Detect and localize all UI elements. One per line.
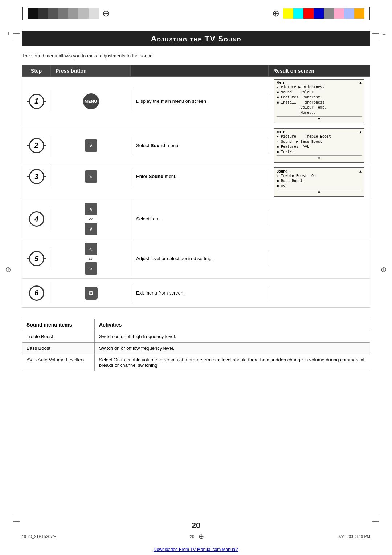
result-cell-3: Sound ▲ ✓ Treble Boost On ■ Bass Boost ■… bbox=[268, 165, 370, 199]
result-cell-5 bbox=[268, 256, 370, 261]
description-5: Adjust level or select desired setting. bbox=[131, 251, 268, 266]
table-header: Step Press button Result on screen bbox=[22, 65, 370, 77]
screen-mockup-3: Sound ▲ ✓ Treble Boost On ■ Bass Boost ■… bbox=[274, 167, 364, 197]
page-number: 20 bbox=[192, 521, 200, 530]
footer-model: 19-20_21PT5207/E bbox=[22, 534, 56, 539]
color-bar-right bbox=[283, 8, 364, 19]
up-button[interactable]: ∧ bbox=[85, 203, 97, 215]
sound-menu-table: Sound menu items Activities Treble Boost… bbox=[22, 319, 370, 371]
button-cell-3: > bbox=[51, 167, 131, 186]
crosshair-left: ⊕ bbox=[102, 8, 110, 19]
corner-mark-top-right: ─ bbox=[383, 32, 385, 36]
sound-table-header-item: Sound menu items bbox=[22, 319, 95, 331]
corner-line-tl-v bbox=[13, 33, 13, 40]
footer-crosshair: ⊕ bbox=[199, 532, 204, 540]
table-row: 4 ∧ or ∨ Select item. bbox=[22, 199, 370, 239]
footer-info: 19-20_21PT5207/E 20 ⊕ 07/16/03, 3:19 PM bbox=[0, 532, 392, 540]
corner-line-bl bbox=[13, 521, 20, 522]
sound-item-2: Bass Boost bbox=[22, 343, 95, 354]
corner-line-bl-v bbox=[13, 515, 13, 522]
header-result: Result on screen bbox=[269, 65, 370, 77]
description-2: Select Sound menu. bbox=[131, 138, 268, 153]
table-row: Bass Boost Switch on or off low frequenc… bbox=[22, 343, 370, 354]
header-press: Press button bbox=[51, 65, 131, 77]
step-number-1: 1 bbox=[22, 90, 51, 113]
header-step: Step bbox=[22, 65, 51, 77]
screen-mockup-1: Main ▲ ✓ Picture► Brightness ■ Sound Col… bbox=[274, 79, 364, 123]
button-cell-1: MENU bbox=[51, 90, 131, 113]
result-cell-2: Main ▲ ► Picture Treble Boost ✓ Sound ► … bbox=[268, 126, 370, 165]
down-button-4[interactable]: ∨ bbox=[85, 223, 97, 235]
page-title: Adjusting the TV Sound bbox=[29, 34, 363, 44]
sound-item-3: AVL (Auto Volume Leveller) bbox=[22, 354, 95, 371]
table-row: Treble Boost Switch on or off high frequ… bbox=[22, 331, 370, 343]
page-subtitle: The sound menu allows you to make adjust… bbox=[22, 53, 370, 58]
step-number-2: 2 bbox=[22, 134, 51, 157]
down-button[interactable]: ∨ bbox=[85, 139, 97, 152]
result-cell-1: Main ▲ ✓ Picture► Brightness ■ Sound Col… bbox=[268, 77, 370, 126]
page-title-box: Adjusting the TV Sound bbox=[22, 31, 370, 46]
step-number-3: 3 bbox=[22, 165, 51, 188]
corner-line-tr bbox=[372, 33, 379, 34]
footer-page: 20 bbox=[190, 534, 194, 539]
table-row: 1 MENU Display the main menu on screen. … bbox=[22, 77, 370, 126]
sound-table-header-activity: Activities bbox=[95, 319, 370, 331]
table-row: 2 ∨ Select Sound menu. Main ▲ ► Picture … bbox=[22, 126, 370, 165]
color-bar-left bbox=[28, 8, 99, 19]
screen-mockup-2: Main ▲ ► Picture Treble Boost ✓ Sound ► … bbox=[274, 128, 364, 163]
corner-line-br-v bbox=[379, 515, 379, 522]
download-anchor[interactable]: Downloaded From TV-Manual.com Manuals bbox=[154, 547, 238, 552]
sound-activity-3: Select On to enable volume to remain at … bbox=[95, 354, 370, 371]
step-number-4: 4 bbox=[22, 208, 51, 230]
corner-line-tl bbox=[13, 33, 20, 34]
button-cell-6: ⊞ bbox=[51, 283, 131, 303]
sound-item-1: Treble Boost bbox=[22, 331, 95, 343]
footer: 20 19-20_21PT5207/E 20 ⊕ 07/16/03, 3:19 … bbox=[0, 521, 392, 540]
description-3: Enter Sound menu. bbox=[131, 169, 268, 184]
result-cell-6 bbox=[268, 291, 370, 295]
right-button[interactable]: > bbox=[85, 170, 97, 183]
footer-date: 07/16/03, 3:19 PM bbox=[338, 534, 370, 539]
table-row: 5 < or > Adjust level or select desired … bbox=[22, 239, 370, 279]
description-6: Exit menu from screen. bbox=[131, 286, 268, 300]
menu-button[interactable]: MENU bbox=[83, 93, 99, 109]
right-button-5[interactable]: > bbox=[85, 262, 97, 275]
button-cell-5: < or > bbox=[51, 239, 131, 278]
description-4: Select item. bbox=[131, 212, 268, 226]
button-cell-2: ∨ bbox=[51, 136, 131, 155]
side-mark-left: ⊕ bbox=[5, 265, 11, 274]
corner-mark-top-left: ─ bbox=[7, 32, 11, 35]
exit-button[interactable]: ⊞ bbox=[85, 287, 98, 300]
download-link[interactable]: Downloaded From TV-Manual.com Manuals bbox=[0, 547, 392, 552]
sound-activity-1: Switch on or off high frequency level. bbox=[95, 331, 370, 343]
step-number-6: 6 bbox=[22, 282, 51, 304]
crosshair-right: ⊕ bbox=[272, 8, 279, 19]
step-number-5: 5 bbox=[22, 247, 51, 270]
table-row: 6 ⊞ Exit menu from screen. bbox=[22, 279, 370, 308]
sound-activity-2: Switch on or off low frequency level. bbox=[95, 343, 370, 354]
corner-line-tr-v bbox=[379, 33, 379, 40]
header-description bbox=[131, 65, 269, 77]
button-cell-4: ∧ or ∨ bbox=[51, 199, 131, 239]
table-row: 3 > Enter Sound menu. Sound ▲ ✓ Treble B… bbox=[22, 165, 370, 199]
left-button[interactable]: < bbox=[85, 243, 97, 255]
side-mark-right: ⊕ bbox=[381, 265, 387, 274]
corner-line-br bbox=[372, 521, 379, 522]
table-row: AVL (Auto Volume Leveller) Select On to … bbox=[22, 354, 370, 371]
steps-table: 1 MENU Display the main menu on screen. … bbox=[22, 77, 370, 308]
description-1: Display the main menu on screen. bbox=[131, 94, 268, 109]
